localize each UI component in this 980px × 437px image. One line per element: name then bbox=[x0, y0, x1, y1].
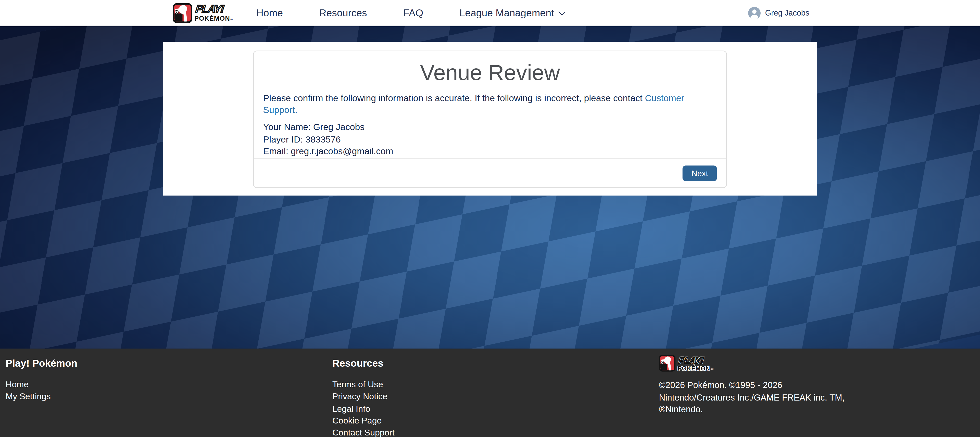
nav-item-home[interactable]: Home bbox=[256, 7, 283, 18]
brand-logo[interactable]: PLAY! POKÉMON™ bbox=[172, 3, 233, 23]
brand-tm-mark: ™ bbox=[710, 368, 713, 371]
field-label: Player ID: bbox=[263, 134, 303, 144]
footer-link-my-settings[interactable]: My Settings bbox=[6, 391, 51, 403]
copyright-line: ©2026 Pokémon. ©1995 - 2026 bbox=[659, 379, 974, 391]
brand-wordmark: PLAY! POKÉMON™ bbox=[678, 355, 713, 371]
copyright-line: Nintendo/Creatures Inc./GAME FREAK inc. … bbox=[659, 391, 974, 404]
player-info: Your Name:Greg Jacobs Player ID:3833576 … bbox=[263, 121, 717, 158]
confirm-notice: Please confirm the following information… bbox=[263, 92, 717, 116]
page-title: Venue Review bbox=[263, 61, 717, 83]
card-body: Venue Review Please confirm the followin… bbox=[254, 51, 726, 159]
nav-item-faq[interactable]: FAQ bbox=[403, 7, 423, 18]
user-name: Greg Jacobs bbox=[765, 8, 809, 17]
venue-review-card: Venue Review Please confirm the followin… bbox=[253, 51, 727, 188]
field-label: Email: bbox=[263, 146, 288, 156]
footer-heading: Play! Pokémon bbox=[6, 358, 320, 369]
card-actions: Next bbox=[254, 159, 726, 188]
page: PLAY! POKÉMON™ Home Resources FAQ League… bbox=[0, 0, 980, 437]
field-email: Email:greg.r.jacobs@gmail.com bbox=[263, 146, 717, 158]
footer-link-cookie-page[interactable]: Cookie Page bbox=[332, 415, 382, 427]
footer-link-terms-of-use[interactable]: Terms of Use bbox=[332, 378, 383, 391]
nav-item-league-management[interactable]: League Management bbox=[460, 7, 565, 18]
play-pokemon-icon bbox=[172, 3, 192, 23]
next-button[interactable]: Next bbox=[682, 166, 717, 181]
field-value: greg.r.jacobs@gmail.com bbox=[291, 146, 393, 156]
footer-brand-logo: PLAY! POKÉMON™ bbox=[659, 355, 974, 372]
footer-col-play-pokemon: Play! Pokémon Home My Settings bbox=[0, 348, 327, 437]
avatar-icon bbox=[748, 6, 760, 19]
brand-play-text: PLAY! bbox=[677, 355, 714, 365]
footer-link-home[interactable]: Home bbox=[6, 378, 29, 391]
brand-pokemon-text: POKÉMON™ bbox=[194, 15, 233, 22]
nav-container: PLAY! POKÉMON™ Home Resources FAQ League… bbox=[163, 0, 817, 25]
nav-links: Home Resources FAQ League Management bbox=[256, 7, 565, 18]
brand-wordmark: PLAY! POKÉMON™ bbox=[194, 4, 233, 22]
footer-link-privacy-notice[interactable]: Privacy Notice bbox=[332, 391, 387, 403]
notice-period: . bbox=[295, 105, 298, 115]
field-value: Greg Jacobs bbox=[313, 122, 364, 132]
footer-col-resources: Resources Terms of Use Privacy Notice Le… bbox=[327, 348, 654, 437]
brand-tm-mark: ™ bbox=[230, 18, 233, 21]
play-pokemon-icon bbox=[659, 355, 676, 372]
footer-link-legal-info[interactable]: Legal Info bbox=[332, 403, 371, 415]
nav-item-label: League Management bbox=[460, 7, 554, 18]
footer-heading: Resources bbox=[332, 358, 647, 369]
top-nav: PLAY! POKÉMON™ Home Resources FAQ League… bbox=[0, 0, 980, 26]
brand-pokemon-text: POKÉMON™ bbox=[678, 365, 713, 371]
field-label: Your Name: bbox=[263, 122, 311, 132]
brand-pokemon-word: POKÉMON bbox=[678, 365, 710, 372]
nav-item-resources[interactable]: Resources bbox=[319, 7, 367, 18]
field-value: 3833576 bbox=[305, 134, 340, 144]
footer: Play! Pokémon Home My Settings Resources… bbox=[0, 348, 980, 437]
footer-col-legal: PLAY! POKÉMON™ ©2026 Pokémon. ©1995 - 20… bbox=[653, 348, 980, 437]
chevron-down-icon bbox=[558, 8, 566, 15]
notice-text: Please confirm the following information… bbox=[263, 93, 643, 103]
field-player-id: Player ID:3833576 bbox=[263, 133, 717, 146]
field-your-name: Your Name:Greg Jacobs bbox=[263, 121, 717, 133]
user-menu[interactable]: Greg Jacobs bbox=[748, 6, 809, 19]
footer-link-contact-support[interactable]: Contact Support bbox=[332, 427, 395, 437]
content-panel: Venue Review Please confirm the followin… bbox=[163, 42, 817, 195]
brand-pokemon-word: POKÉMON bbox=[194, 14, 230, 22]
copyright-line: ®Nintendo. bbox=[659, 404, 974, 416]
brand-play-text: PLAY! bbox=[194, 4, 234, 14]
copyright: ©2026 Pokémon. ©1995 - 2026 Nintendo/Cre… bbox=[659, 379, 974, 416]
